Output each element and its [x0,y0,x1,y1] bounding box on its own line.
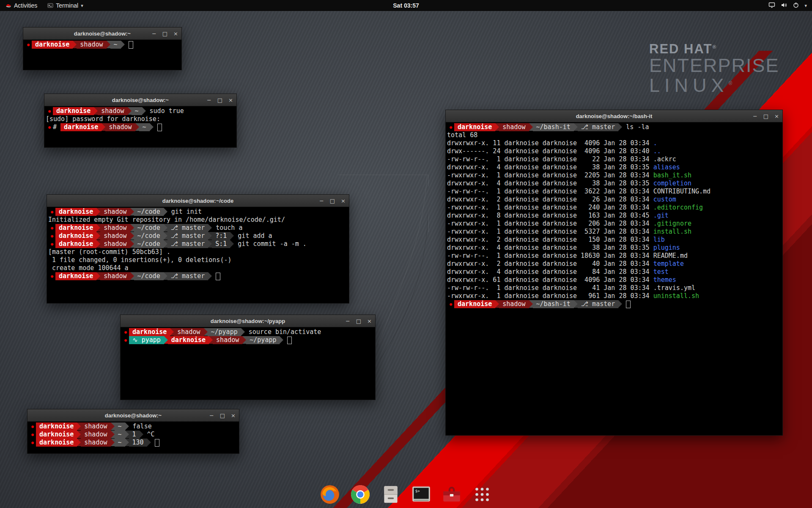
terminal-line: -rwxrwxr-x. 1 darknoise darknoise 240 Ja… [447,204,782,212]
redhat-prompt-icon: ● [46,107,53,115]
terminal-line: ●darknoiseshadow~ false [29,422,239,431]
maximize-button[interactable]: □ [162,31,167,36]
prompt-user-segment: darknoise [32,41,73,49]
close-button[interactable]: × [367,318,372,324]
maximize-button[interactable]: □ [220,413,225,418]
terminal-window-exit-codes[interactable]: darknoise@shadow:~−□×●darknoiseshadow~ f… [27,409,239,454]
terminal-body[interactable]: ●darknoiseshadow~/pyapp source bin/activ… [121,327,375,400]
powerline-separator [529,123,533,131]
minimize-button[interactable]: − [319,198,324,204]
terminal-line: ●darknoiseshadow~/bash-it⎇ master ls -la [447,123,782,131]
terminal-window-bash-it[interactable]: darknoise@shadow:~/bash-it−□×●darknoises… [445,110,783,436]
system-status-area[interactable]: ▾ [768,0,812,11]
window-titlebar[interactable]: darknoise@shadow:~−□× [27,409,239,422]
powerline-separator [121,41,125,48]
dock-item-toolbox[interactable] [440,483,464,506]
prompt-host-segment: shadow [81,431,110,439]
prompt-exitcode-segment: 1 [129,431,140,439]
window-title: darknoise@shadow:~/code [162,198,233,204]
close-button[interactable]: × [774,113,779,119]
terminal-line: ●darknoiseshadow~/code⎇ master?:1 git ad… [48,232,349,240]
terminal-body[interactable]: ●darknoiseshadow~ sudo true[sudo] passwo… [44,106,236,147]
dock: $> [318,483,494,506]
terminal-text: -rwxrwxr-x. 1 darknoise darknoise 240 Ja… [447,204,653,212]
prompt-host-segment: shadow [100,240,130,248]
close-button[interactable]: × [228,97,233,103]
terminal-window-home-1[interactable]: darknoise@shadow:~−□×●darknoiseshadow~ [23,27,182,70]
redhat-prompt-icon: ● [29,431,36,439]
svg-text:$>: $> [415,489,420,493]
window-titlebar[interactable]: darknoise@shadow:~−□× [44,94,236,106]
window-controls: −□× [152,28,178,39]
terminal-window-code[interactable]: darknoise@shadow:~/code−□×●darknoiseshad… [47,194,349,304]
terminal-line: ●darknoiseshadow~/code git init [48,208,349,216]
directory-name: lib [653,236,665,244]
dock-item-app-grid[interactable] [470,483,494,506]
terminal-text: 1 file changed, 0 insertions(+), 0 delet… [48,256,231,264]
terminal-line: -rwxrwxr-x. 1 darknoise darknoise 961 Ja… [447,292,782,300]
terminal-text: ls -la [622,123,649,131]
clock[interactable]: Sat 03:57 [393,2,419,9]
powerline-separator [130,208,134,215]
minimize-button[interactable]: − [346,318,350,324]
powerline-separator [495,123,499,131]
text-cursor [626,301,631,308]
terminal-line: ●darknoiseshadow~/code⎇ master touch a [48,224,349,232]
maximize-button[interactable]: □ [217,97,222,103]
terminal-body[interactable]: ●darknoiseshadow~/bash-it⎇ master ls -la… [446,122,782,435]
minimize-button[interactable]: − [209,413,214,418]
maximize-button[interactable]: □ [356,318,361,324]
dock-item-files[interactable] [379,483,403,506]
terminal-line: [sudo] password for darknoise: [46,115,236,123]
window-titlebar[interactable]: darknoise@shadow:~/pyapp−□× [121,315,375,327]
maximize-button[interactable]: □ [763,113,768,119]
prompt-path-segment: ~ [132,107,142,115]
powerline-separator [208,224,212,232]
powerline-separator [96,240,100,248]
prompt-host-segment: shadow [499,300,529,308]
terminal-text: -rwxrwxr-x. 1 darknoise darknoise 5327 J… [447,228,653,236]
window-titlebar[interactable]: darknoise@shadow:~/code−□× [47,195,349,207]
dock-item-firefox[interactable] [318,483,342,506]
terminal-line: create mode 100644 a [48,264,349,272]
close-button[interactable]: × [341,198,346,204]
minimize-button[interactable]: − [152,31,156,36]
prompt-git-segment: ⎇ master [167,272,208,280]
redhat-prompt-icon: ● [48,272,55,280]
powerline-separator [618,123,622,131]
minimize-button[interactable]: − [753,113,757,119]
terminal-window-pyapp[interactable]: darknoise@shadow:~/pyapp−□×●darknoisesha… [120,315,376,400]
maximize-button[interactable]: □ [330,198,335,204]
volume-icon [781,2,787,9]
prompt-path-segment: ~ [110,41,121,49]
terminal-line: ●darknoiseshadow~1 ^C [29,431,239,439]
minimize-button[interactable]: − [207,97,211,103]
directory-name: plugins [653,244,680,252]
terminal-window-home-sudo[interactable]: darknoise@shadow:~−□×●darknoiseshadow~ s… [44,94,237,148]
dock-item-terminal[interactable]: $> [409,483,433,506]
powerline-separator [128,107,132,115]
powerline-separator [142,107,146,115]
close-button[interactable]: × [173,31,178,36]
terminal-text: git commit -a -m . [234,240,307,248]
powerline-separator [204,328,208,336]
terminal-line: ●darknoiseshadow~/code⎇ master [48,272,349,280]
terminal-body[interactable]: ●darknoiseshadow~ [23,40,181,70]
prompt-host-segment: shadow [100,272,130,280]
activities-button[interactable]: Activities [0,0,42,11]
file-name: CONTRIBUTING.md [653,188,710,196]
terminal-line: ●darknoiseshadow~/bash-it⎇ master [447,300,782,308]
powerline-separator [574,123,578,131]
window-titlebar[interactable]: darknoise@shadow:~/bash-it−□× [446,110,782,122]
redhat-prompt-icon: ● [46,123,53,131]
text-cursor [155,439,159,447]
terminal-body[interactable]: ●darknoiseshadow~ false●darknoiseshadow~… [27,422,239,453]
dock-item-chrome[interactable] [348,483,372,506]
terminal-body[interactable]: ●darknoiseshadow~/code git initInitializ… [47,207,349,303]
window-titlebar[interactable]: darknoise@shadow:~−□× [23,28,181,40]
powerline-separator [102,123,105,131]
app-menu-terminal[interactable]: Terminal ▾ [42,0,88,11]
terminal-text: drwxrwxr-x. 4 darknoise darknoise 84 Jan… [447,268,653,276]
file-name: README.md [653,252,688,260]
close-button[interactable]: × [231,413,236,418]
